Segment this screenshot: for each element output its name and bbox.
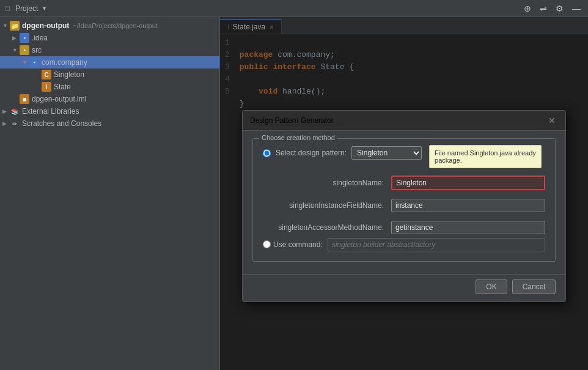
singleton-name-row: singletonName: (263, 176, 545, 190)
sidebar-item-singleton[interactable]: C Singleton (0, 68, 219, 81)
use-command-row: Use command: (263, 238, 545, 251)
iml-icon: ◼ (20, 94, 29, 104)
class-icon: C (42, 70, 51, 80)
singleton-name-input[interactable] (391, 176, 545, 190)
group-label: Choose creation method (259, 134, 337, 141)
sidebar-item-com-company[interactable]: ▼ ▪ com.company (0, 56, 219, 68)
use-command-radio[interactable] (263, 240, 271, 248)
arrow-icon: ▼ (12, 47, 20, 53)
tooltip-line2: package. (435, 157, 462, 164)
use-command-radio-group: Use command: (263, 240, 323, 249)
sidebar-item-label: com.company (42, 58, 87, 67)
sidebar-item-scratches[interactable]: ▶ ✏ Scratches and Consoles (0, 117, 219, 130)
sidebar-item-dpgen-output[interactable]: ▼ 📁 dpgen-output ~/IdeaProjects/dpgen-ou… (0, 20, 219, 32)
tooltip-line1: File named Singleton.java already (435, 149, 536, 157)
sync-icon[interactable]: ⇌ (537, 2, 549, 15)
singleton-name-label: singletonName: (263, 179, 391, 187)
dialog-title: Design Pattern Generator (250, 116, 334, 125)
arrow-icon: ▶ (2, 120, 10, 127)
folder-icon: ▪ (20, 45, 29, 55)
settings-icon[interactable]: ⚙ (553, 2, 566, 15)
design-pattern-row: Select design pattern: Singleton Builder… (263, 146, 545, 168)
interface-icon: I (42, 82, 51, 92)
design-pattern-select[interactable]: Singleton Builder AbstractFactory (351, 146, 422, 160)
singleton-instance-label: singletonInstanceFieldName: (263, 201, 391, 210)
arrow-icon: ▼ (2, 23, 10, 29)
sidebar-item-label: dpgen-output.iml (32, 95, 86, 103)
sidebar-item-label: State (54, 83, 71, 91)
libraries-icon: 📚 (10, 106, 20, 116)
use-command-label: Use command: (273, 240, 323, 249)
use-command-input (328, 238, 545, 251)
sidebar-item-path: ~/IdeaProjects/dpgen-output (73, 22, 158, 29)
singleton-instance-input[interactable] (391, 199, 545, 212)
minimize-icon[interactable]: — (570, 2, 583, 15)
sidebar-item-label: src (32, 46, 42, 54)
dialog-body: Choose creation method Select design pat… (243, 131, 565, 274)
sidebar-item-iml[interactable]: ◼ dpgen-output.iml (0, 93, 219, 105)
arrow-icon: ▶ (2, 108, 10, 114)
top-bar-title: Project (15, 4, 38, 13)
design-pattern-dialog: Design Pattern Generator ✕ Choose creati… (242, 110, 566, 302)
project-sidebar: ▼ 📁 dpgen-output ~/IdeaProjects/dpgen-ou… (0, 17, 220, 370)
dropdown-arrow-icon[interactable]: ▾ (43, 5, 46, 12)
sidebar-item-src[interactable]: ▼ ▪ src (0, 44, 219, 56)
sidebar-item-ext-libs[interactable]: ▶ 📚 External Libraries (0, 105, 219, 117)
sidebar-item-state[interactable]: I State (0, 81, 219, 93)
singleton-instance-row: singletonInstanceFieldName: (263, 199, 545, 212)
editor-area: I State.java ✕ 1 2 3 4 5 package com.com… (220, 17, 588, 370)
sidebar-item-label: Scratches and Consoles (22, 119, 101, 128)
arrow-icon: ▼ (22, 59, 29, 65)
tooltip-box: File named Singleton.java already packag… (429, 145, 542, 168)
arrow-icon: ▶ (12, 35, 20, 41)
folder-icon: 📁 (10, 21, 20, 31)
dialog-title-bar: Design Pattern Generator ✕ (243, 111, 565, 131)
dialog-footer: OK Cancel (243, 274, 565, 302)
add-icon[interactable]: ⊕ (521, 2, 534, 15)
dialog-close-button[interactable]: ✕ (546, 116, 558, 125)
singleton-accessor-label: singletonAccessorMethodName: (263, 223, 391, 232)
cancel-button[interactable]: Cancel (512, 279, 556, 294)
select-design-pattern-radio[interactable] (263, 149, 271, 157)
design-pattern-radio-group: Select design pattern: Singleton Builder… (263, 146, 422, 160)
top-bar: ◻ Project ▾ ⊕ ⇌ ⚙ — (0, 0, 588, 17)
project-icon: ◻ (5, 4, 10, 12)
dialog-overlay: Design Pattern Generator ✕ Choose creati… (220, 17, 588, 370)
sidebar-item-label: External Libraries (22, 107, 79, 116)
sidebar-item-label: dpgen-output (22, 21, 69, 30)
top-bar-actions: ⊕ ⇌ ⚙ — (521, 2, 583, 15)
folder-blue-icon: ▪ (20, 33, 29, 43)
ok-button[interactable]: OK (476, 279, 507, 294)
main-layout: ▼ 📁 dpgen-output ~/IdeaProjects/dpgen-ou… (0, 17, 588, 370)
package-icon: ▪ (29, 57, 39, 67)
creation-method-group: Choose creation method Select design pat… (252, 138, 556, 262)
singleton-accessor-input[interactable] (391, 221, 545, 234)
sidebar-item-idea[interactable]: ▶ ▪ .idea (0, 32, 219, 44)
sidebar-item-label: Singleton (54, 70, 84, 79)
scratches-icon: ✏ (10, 119, 20, 128)
select-design-pattern-label: Select design pattern: (276, 149, 347, 157)
sidebar-item-label: .idea (32, 34, 48, 42)
singleton-accessor-row: singletonAccessorMethodName: (263, 221, 545, 234)
